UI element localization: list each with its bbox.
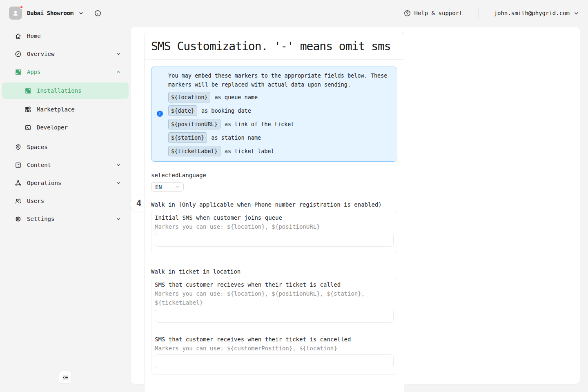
info-filled-icon: [156, 110, 163, 117]
chevron-down-icon: [116, 163, 121, 167]
field-title: SMS that customer receives when their ti…: [155, 335, 394, 344]
user-icon: [12, 9, 19, 17]
alert-intro: You may embed these markers to the appro…: [168, 71, 393, 89]
sidebar-item-label: Apps: [27, 69, 41, 75]
field-title: Initial SMS when customer joins queue: [155, 213, 394, 222]
section-label-walk-in-ticket: Walk in ticket in location: [151, 267, 397, 276]
gear-icon: [15, 216, 22, 223]
dashboard-icon: [15, 51, 22, 58]
field-ticket-called: SMS that customer recieves when their ti…: [155, 280, 394, 323]
initial-sms-input[interactable]: [155, 233, 394, 247]
sidebar-item-users[interactable]: Users: [0, 192, 131, 210]
org-switcher[interactable]: Dubai Showroom: [9, 7, 84, 20]
content-list-icon: [15, 162, 22, 169]
sidebar-item-content[interactable]: Content: [0, 156, 131, 174]
field-initial-sms: Initial SMS when customer joins queue Ma…: [155, 213, 394, 247]
installations-grid-icon: [24, 87, 31, 94]
sidebar-item-settings[interactable]: Settings: [0, 210, 131, 228]
info-circle-icon[interactable]: [94, 10, 101, 17]
ticket-called-sms-input[interactable]: [155, 309, 394, 323]
menu-fold-icon: [62, 374, 69, 381]
user-email: john.smith@phygrid.com: [494, 10, 570, 16]
topbar-right: Help & support john.smith@phygrid.com: [404, 8, 579, 18]
marketplace-icon: [24, 106, 31, 113]
marker-desc: as booking date: [201, 106, 251, 115]
notification-dot: [20, 5, 23, 9]
chevron-down-icon: [175, 185, 180, 189]
field-markers-hint: Markers you can use: ${location}, ${posi…: [155, 289, 394, 307]
account-menu[interactable]: john.smith@phygrid.com: [494, 10, 579, 16]
sidebar-item-label: Content: [27, 162, 51, 168]
sidebar-item-label: Spaces: [27, 144, 48, 150]
card-title: SMS Customization. '-' means omit sms: [145, 32, 404, 60]
home-icon: [15, 33, 22, 40]
sidebar-item-home[interactable]: Home: [0, 27, 131, 45]
marker-desc: as station name: [211, 133, 261, 142]
main-panel: 4 SMS Customization. '-' means omit sms …: [131, 27, 580, 384]
sidebar-item-label: Operations: [27, 180, 61, 186]
field-markers-hint: Markers you can use: ${customerPosition}…: [155, 344, 394, 353]
marker-row: ${station} as station name: [168, 132, 393, 143]
help-support-label: Help & support: [414, 10, 463, 16]
marker-desc: as link of the ticket: [225, 120, 294, 129]
apps-grid-icon: [15, 69, 22, 76]
marker-chip: ${date}: [168, 105, 197, 116]
topbar: Dubai Showroom Help & support: [0, 0, 588, 26]
question-circle-icon: [404, 10, 411, 17]
chevron-down-icon: [574, 11, 579, 16]
sidebar-item-label: Developer: [37, 124, 68, 131]
chevron-down-icon: [116, 51, 121, 56]
marker-chip: ${positionURL}: [168, 119, 220, 129]
marker-row: ${ticketLabel} as ticket label: [168, 146, 393, 156]
selected-language-label: selectedLanguage: [151, 171, 397, 180]
sidebar-item-marketplace[interactable]: Marketplace: [0, 100, 131, 118]
sidebar-item-label: Settings: [27, 216, 54, 222]
chevron-down-icon: [78, 11, 84, 16]
sidebar-collapse-button[interactable]: [59, 371, 72, 384]
walk-in-ticket-group: SMS that customer recieves when their ti…: [151, 278, 397, 375]
sms-customization-card: SMS Customization. '-' means omit sms Yo…: [144, 32, 404, 392]
cluster-icon: [15, 180, 22, 187]
sidebar-item-label: Home: [27, 33, 41, 39]
sidebar-item-label: Users: [27, 198, 44, 204]
location-pin-icon: [15, 144, 22, 151]
sidebar-item-installations[interactable]: Installations: [2, 82, 129, 99]
sidebar-item-label: Installations: [37, 87, 82, 94]
section-label-walk-in: Walk in (Only applicable when Phone numb…: [151, 200, 397, 209]
ticket-cancelled-sms-input[interactable]: [155, 354, 394, 368]
markers-info-alert: You may embed these markers to the appro…: [151, 67, 397, 162]
field-ticket-cancelled: SMS that customer receives when their ti…: [155, 335, 394, 368]
marker-chip: ${station}: [168, 132, 207, 143]
sidebar-item-spaces[interactable]: Spaces: [0, 138, 131, 156]
marker-row: ${date} as booking date: [168, 105, 393, 116]
topbar-divider: [478, 8, 479, 18]
sidebar: Home Overview: [0, 26, 131, 392]
org-name: Dubai Showroom: [27, 10, 74, 16]
chevron-up-icon: [116, 69, 121, 74]
chevron-down-icon: [116, 180, 121, 185]
help-support-button[interactable]: Help & support: [404, 10, 463, 17]
field-markers-hint: Markers you can use: ${location}, ${posi…: [155, 222, 394, 231]
marker-row: ${positionURL} as link of the ticket: [168, 119, 393, 129]
marker-desc: as ticket label: [225, 147, 274, 156]
sidebar-item-label: Marketplace: [37, 106, 75, 113]
sidebar-item-developer[interactable]: Developer: [0, 118, 131, 136]
sidebar-item-apps[interactable]: Apps: [0, 63, 131, 81]
marker-row: ${location} as queue name: [168, 92, 393, 102]
field-title: SMS that customer recieves when their ti…: [155, 280, 394, 289]
sidebar-item-operations[interactable]: Operations: [0, 174, 131, 192]
marker-chip: ${ticketLabel}: [168, 146, 220, 156]
sidebar-item-label: Overview: [27, 51, 54, 57]
chevron-down-icon: [116, 216, 121, 221]
walk-in-group: Initial SMS when customer joins queue Ma…: [151, 211, 397, 253]
org-avatar: [9, 7, 22, 20]
team-icon: [15, 198, 22, 205]
language-select-value: EN: [155, 184, 162, 190]
terminal-icon: [24, 124, 31, 131]
sidebar-item-overview[interactable]: Overview: [0, 45, 131, 63]
marker-desc: as queue name: [214, 93, 258, 102]
marker-chip: ${location}: [168, 92, 210, 102]
language-select[interactable]: EN: [151, 182, 184, 192]
